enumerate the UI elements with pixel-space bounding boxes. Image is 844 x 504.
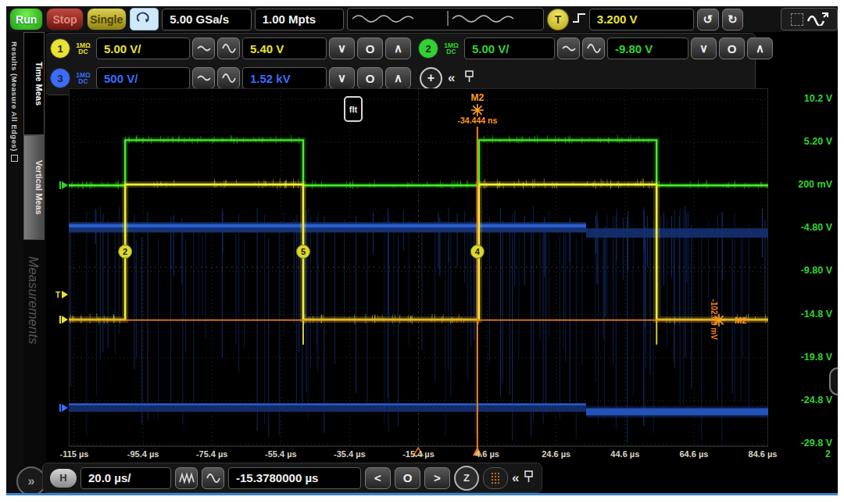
channel-3-offset-down-button[interactable]: ∨ (329, 67, 355, 89)
stop-button[interactable]: Stop (46, 8, 83, 30)
horizontal-zoom-mode-button[interactable] (781, 8, 838, 30)
channel-2-offset-zero-button[interactable]: O (719, 38, 745, 59)
channel-2-offset-up-button[interactable]: ∧ (747, 38, 773, 59)
channel-row-1: 1 1MΩDC 5.00 V/ 5.40 V ∨ O ∧ 2 1MΩDC 5.0… (46, 34, 755, 63)
channel-2-offset-box[interactable]: -9.80 V (607, 38, 688, 59)
voltage-label: 5.20 V (804, 136, 832, 147)
channel-1-ground-marker[interactable] (55, 314, 69, 325)
time-label: 24.6 µs (542, 449, 570, 459)
waveform-preview[interactable] (347, 8, 544, 30)
channel-2-scale-up-button[interactable] (582, 38, 605, 59)
delay-box[interactable]: -15.3780000 µs (228, 467, 361, 489)
memory-depth-box[interactable]: 1.00 Mpts (255, 9, 344, 30)
channel-2-ground-marker[interactable] (55, 180, 69, 191)
channel-1-scale-up-button[interactable] (217, 38, 240, 59)
voltage-label: 200 mV (798, 179, 832, 190)
redo-button[interactable]: ↻ (722, 9, 744, 30)
svg-text:4: 4 (475, 247, 481, 256)
sample-rate-box[interactable]: 5.00 GSa/s (162, 9, 251, 30)
channel-2-coupling[interactable]: 1MΩDC (441, 42, 462, 55)
screen-bottom-edge (6, 493, 838, 495)
time-label: 64.6 µs (679, 449, 708, 459)
undo-button[interactable]: ↺ (697, 9, 719, 30)
channel-3-scale-up-button[interactable] (217, 67, 240, 89)
channel-2-badge[interactable]: 2 (418, 38, 438, 59)
pin-icon-bottom[interactable] (523, 470, 535, 487)
dashed-region-icon (791, 13, 803, 26)
channel-1-coupling[interactable]: 1MΩDC (73, 42, 94, 55)
time-label: 44.6 µs (610, 449, 639, 459)
add-channel-button[interactable]: + (420, 67, 442, 90)
timebase-zoom-in-button[interactable] (202, 467, 224, 489)
top-toolbar: Run Stop Single 5.00 GSa/s 1.00 Mpts T (6, 6, 838, 32)
channel-1-scale-down-button[interactable] (192, 38, 215, 59)
delay-right-button[interactable]: > (424, 467, 450, 489)
results-strip[interactable]: Results (Measure All Edges) (6, 32, 24, 495)
trigger-level-marker[interactable]: T (55, 289, 69, 300)
channel-3-offset-zero-button[interactable]: O (357, 67, 383, 89)
voltage-label: -14.8 V (801, 309, 832, 320)
waveform-arrows-icon (806, 10, 828, 29)
time-label: 84.6 µs (749, 449, 778, 459)
zoom-mode-button[interactable]: Z (454, 466, 479, 491)
filter-badge[interactable]: flt (344, 96, 363, 122)
waveform-display[interactable]: M2-102.69 mVM2-34.444 ns254 flt (69, 88, 768, 460)
channel-settings-panel: 1 1MΩDC 5.00 V/ 5.40 V ∨ O ∧ 2 1MΩDC 5.0… (45, 33, 756, 95)
timebase-zoom-out-button[interactable] (175, 467, 198, 489)
channel-3-scale-box[interactable]: 500 V/ (96, 67, 190, 89)
collapse-panel-chevrons[interactable]: « (448, 70, 455, 86)
channel-3-coupling[interactable]: 1MΩDC (73, 72, 94, 85)
channel-3-badge[interactable]: 3 (50, 68, 70, 88)
trigger-level-box[interactable]: 3.200 V (589, 9, 694, 30)
channel-3-offset-up-button[interactable]: ∧ (385, 67, 411, 89)
channel-2-scale-box[interactable]: 5.00 V/ (464, 38, 555, 59)
timebase-box[interactable]: 20.0 µs/ (80, 467, 171, 489)
svg-text:-34.444 ns: -34.444 ns (457, 116, 497, 125)
voltage-label: -4.80 V (801, 222, 832, 233)
svg-text:-102.69 mV: -102.69 mV (710, 299, 718, 341)
time-label: 4.6 µs (475, 449, 499, 459)
collapse-hbar-chevrons[interactable]: « (512, 470, 519, 486)
time-label: -35.4 µs (334, 449, 366, 459)
channel-3-ground-marker[interactable] (55, 402, 69, 413)
tab-time-meas[interactable]: Time Meas (23, 32, 45, 135)
run-button[interactable]: Run (9, 8, 43, 30)
results-label: Results (Measure All Edges) (10, 41, 19, 162)
right-panel-handle[interactable] (829, 367, 838, 395)
svg-text:5: 5 (301, 247, 306, 256)
time-label: -15.4 µs (402, 449, 435, 459)
measurements-watermark: Measurements (25, 256, 41, 344)
pin-icon[interactable] (463, 70, 475, 87)
channel-2-offset-down-button[interactable]: ∨ (691, 38, 717, 59)
touch-mode-button[interactable] (130, 8, 159, 30)
voltage-label: 10.2 V (804, 93, 832, 104)
delay-zero-button[interactable]: O (395, 467, 420, 489)
svg-text:2: 2 (123, 247, 127, 256)
voltage-label: -24.8 V (801, 395, 832, 406)
time-label: -75.4 µs (196, 449, 228, 459)
cursors-button[interactable] (483, 467, 508, 489)
trigger-button[interactable]: T (547, 9, 569, 30)
preview-squiggle-right (452, 16, 513, 22)
single-button[interactable]: Single (87, 8, 127, 30)
channel-2-scale-down-button[interactable] (557, 38, 580, 59)
svg-text:M2: M2 (735, 316, 746, 325)
channel-3-scale-down-button[interactable] (192, 67, 215, 89)
time-label: -55.4 µs (265, 449, 297, 459)
window-icon (11, 155, 18, 162)
horizontal-button[interactable]: H (50, 469, 77, 488)
voltage-label: -29.8 V (801, 438, 832, 449)
channel-3-offset-box[interactable]: 1.52 kV (242, 67, 327, 89)
time-label: -115 µs (60, 449, 89, 459)
delay-left-button[interactable]: < (365, 467, 391, 489)
channel-1-offset-box[interactable]: 5.40 V (242, 38, 327, 59)
page: Run Stop Single 5.00 GSa/s 1.00 Mpts T (0, 0, 844, 504)
channel-1-offset-zero-button[interactable]: O (357, 38, 383, 59)
svg-text:M2: M2 (471, 92, 485, 103)
dotted-cursors-icon (488, 471, 502, 485)
channel-1-offset-down-button[interactable]: ∨ (329, 38, 355, 59)
tab-vertical-meas[interactable]: Vertical Meas (23, 135, 45, 240)
channel-1-scale-box[interactable]: 5.00 V/ (96, 38, 190, 59)
channel-1-badge[interactable]: 1 (50, 38, 70, 59)
channel-1-offset-up-button[interactable]: ∧ (385, 38, 411, 59)
